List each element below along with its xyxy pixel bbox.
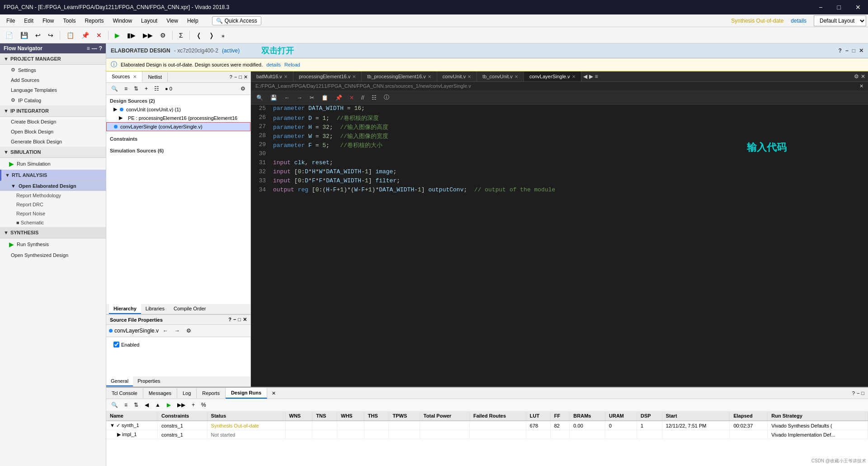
editor-settings-icon[interactable]: ⚙ bbox=[854, 73, 859, 80]
synthesis-details-link[interactable]: details bbox=[791, 18, 807, 24]
runs-percent-button[interactable]: % bbox=[199, 400, 208, 409]
menu-view[interactable]: View bbox=[162, 16, 183, 26]
tab-log[interactable]: Log bbox=[177, 388, 197, 398]
props-close[interactable]: ✕ bbox=[243, 317, 247, 323]
tab-libraries[interactable]: Libraries bbox=[141, 304, 169, 314]
menu-layout[interactable]: Layout bbox=[137, 16, 162, 26]
table-row-impl1[interactable]: ▶ impl_1 constrs_1 Not started bbox=[106, 430, 868, 439]
tree-item-convlayersingle[interactable]: convLayerSingle (convLayerSingle.v) bbox=[106, 122, 250, 131]
editor-delete-btn[interactable]: ✕ bbox=[347, 93, 357, 102]
sidebar-item-open-synthesized-design[interactable]: Open Synthesized Design bbox=[0, 250, 106, 260]
info-details-link[interactable]: details bbox=[266, 62, 281, 67]
code-editor[interactable]: 输入代码 25 parameter DATA_WIDTH = 16; 26 pa… bbox=[251, 105, 868, 387]
sidebar-item-report-methodology[interactable]: Report Methodology bbox=[0, 191, 106, 200]
menu-reports[interactable]: Reports bbox=[80, 16, 108, 26]
sidebar-item-run-simulation[interactable]: ▶ Run Simulation bbox=[0, 158, 106, 170]
menu-flow[interactable]: Flow bbox=[38, 16, 58, 26]
editor-save-button[interactable]: 💾 bbox=[268, 93, 280, 102]
run-button[interactable]: ▶ bbox=[112, 30, 123, 41]
tab-convunit[interactable]: convUnit.v ✕ bbox=[437, 71, 477, 81]
sidebar-item-report-noise[interactable]: Report Noise bbox=[0, 209, 106, 218]
close-convlayer-tab[interactable]: ✕ bbox=[572, 74, 576, 79]
runs-first-button[interactable]: ▲ bbox=[153, 400, 163, 409]
close-tb-conv-tab[interactable]: ✕ bbox=[514, 74, 518, 79]
bottom-max[interactable]: □ bbox=[861, 390, 864, 396]
sidebar-item-language-templates[interactable]: Language Templates bbox=[0, 85, 106, 95]
layout-select[interactable]: Default Layout bbox=[814, 15, 866, 26]
top-bar-close[interactable]: ✕ bbox=[859, 48, 863, 54]
tab-list-icon[interactable]: ≡ bbox=[595, 73, 598, 80]
subtab-general[interactable]: General bbox=[106, 376, 133, 386]
table-row-synth1[interactable]: ▼ ✓ synth_1 constrs_1 Synthesis Out-of-d… bbox=[106, 421, 868, 430]
tab-sources[interactable]: Sources ✕ bbox=[106, 71, 142, 82]
sources-max-icon[interactable]: □ bbox=[239, 74, 242, 80]
props-settings-button[interactable]: ⚙ bbox=[184, 326, 193, 335]
search-sources-button[interactable]: 🔍 bbox=[109, 84, 120, 93]
top-bar-help[interactable]: ? bbox=[838, 48, 841, 54]
project-manager-header[interactable]: ▼ PROJECT MANAGER bbox=[0, 53, 106, 65]
synthesis-header[interactable]: ▼ SYNTHESIS bbox=[0, 227, 106, 238]
tab-netlist[interactable]: Netlist bbox=[142, 72, 168, 82]
sources-close-icon[interactable]: ✕ bbox=[244, 74, 248, 80]
debug2-button[interactable]: ❭ bbox=[206, 30, 217, 41]
flow-nav-ctrl1[interactable]: ≡ bbox=[87, 45, 90, 52]
close-pe-tab[interactable]: ✕ bbox=[352, 74, 356, 79]
save-button[interactable]: 💾 bbox=[18, 30, 31, 41]
tab-hierarchy[interactable]: Hierarchy bbox=[109, 304, 141, 314]
sidebar-item-settings[interactable]: ⚙ Settings bbox=[0, 65, 106, 75]
tree-item-convunit[interactable]: ▶ convUnit (convUnit.v) (1) bbox=[106, 105, 250, 114]
editor-search-button[interactable]: 🔍 bbox=[254, 93, 266, 102]
step-button[interactable]: ▮▶ bbox=[124, 30, 138, 41]
editor-redo-btn[interactable]: → bbox=[294, 93, 305, 102]
props-max[interactable]: □ bbox=[238, 317, 241, 323]
runs-filter-button[interactable]: ≡ bbox=[122, 400, 130, 409]
runs-runall-button[interactable]: ▶▶ bbox=[175, 400, 188, 409]
editor-cut-btn[interactable]: ✂ bbox=[307, 93, 317, 102]
filter-sources-button[interactable]: ≡ bbox=[122, 84, 130, 93]
sidebar-item-generate-block-design[interactable]: Generate Block Design bbox=[0, 137, 106, 147]
close-tb-pe-tab[interactable]: ✕ bbox=[428, 74, 431, 79]
quick-access-bar[interactable]: 🔍 Quick Access bbox=[212, 16, 261, 25]
settings-button[interactable]: ⚙ bbox=[157, 30, 169, 41]
maximize-button[interactable]: □ bbox=[834, 3, 844, 12]
redo-button[interactable]: ↪ bbox=[45, 30, 56, 41]
close-bottom-tab[interactable]: ✕ bbox=[269, 390, 278, 396]
props-min[interactable]: − bbox=[233, 317, 236, 323]
bottom-min[interactable]: − bbox=[857, 390, 859, 396]
close-batmult-tab[interactable]: ✕ bbox=[284, 74, 288, 79]
menu-tools[interactable]: Tools bbox=[58, 16, 80, 26]
reload-link[interactable]: Reload bbox=[284, 62, 300, 67]
subtab-properties[interactable]: Properties bbox=[133, 376, 165, 386]
runs-search-button[interactable]: 🔍 bbox=[109, 400, 120, 409]
sort-sources-button[interactable]: ⇅ bbox=[132, 84, 141, 93]
editor-undo-btn[interactable]: ← bbox=[282, 93, 292, 102]
props-prev-button[interactable]: ← bbox=[160, 326, 170, 335]
tab-prev-icon[interactable]: ◀ bbox=[583, 73, 587, 80]
tab-next-icon[interactable]: ▶ bbox=[589, 73, 593, 80]
close-path-icon[interactable]: ✕ bbox=[859, 83, 863, 89]
skip-button[interactable]: ▶▶ bbox=[140, 30, 156, 41]
sidebar-item-create-block-design[interactable]: Create Block Design bbox=[0, 117, 106, 127]
sidebar-item-schematic[interactable]: ■ Schematic bbox=[0, 218, 106, 227]
props-next-button[interactable]: → bbox=[172, 326, 182, 335]
tab-reports[interactable]: Reports bbox=[197, 388, 226, 398]
sources-settings-button[interactable]: ⚙ bbox=[238, 84, 248, 93]
menu-window[interactable]: Window bbox=[108, 16, 137, 26]
tab-tb-convunit[interactable]: tb_convUnit.v ✕ bbox=[477, 71, 524, 81]
sources-help-icon[interactable]: ? bbox=[230, 74, 232, 80]
editor-close-icon[interactable]: ✕ bbox=[861, 73, 865, 80]
tab-convlayersingle[interactable]: convLayerSingle.v ✕ bbox=[524, 71, 581, 81]
enabled-label[interactable]: Enabled bbox=[113, 342, 139, 347]
paste-button[interactable]: 📌 bbox=[79, 30, 92, 41]
simulation-header[interactable]: ▼ SIMULATION bbox=[0, 147, 106, 158]
enabled-checkbox[interactable] bbox=[113, 342, 119, 347]
flow-nav-ctrl2[interactable]: — bbox=[92, 45, 97, 52]
editor-debug-btn[interactable]: ⓘ bbox=[381, 92, 392, 103]
props-help[interactable]: ? bbox=[228, 317, 231, 323]
editor-comment-btn[interactable]: // bbox=[359, 93, 367, 102]
sidebar-item-report-drc[interactable]: Report DRC bbox=[0, 200, 106, 209]
sidebar-item-run-synthesis[interactable]: ▶ Run Synthesis bbox=[0, 238, 106, 250]
menu-edit[interactable]: Edit bbox=[19, 16, 38, 26]
debug1-button[interactable]: ❬ bbox=[193, 30, 204, 41]
runs-sort-button[interactable]: ⇅ bbox=[132, 400, 141, 409]
